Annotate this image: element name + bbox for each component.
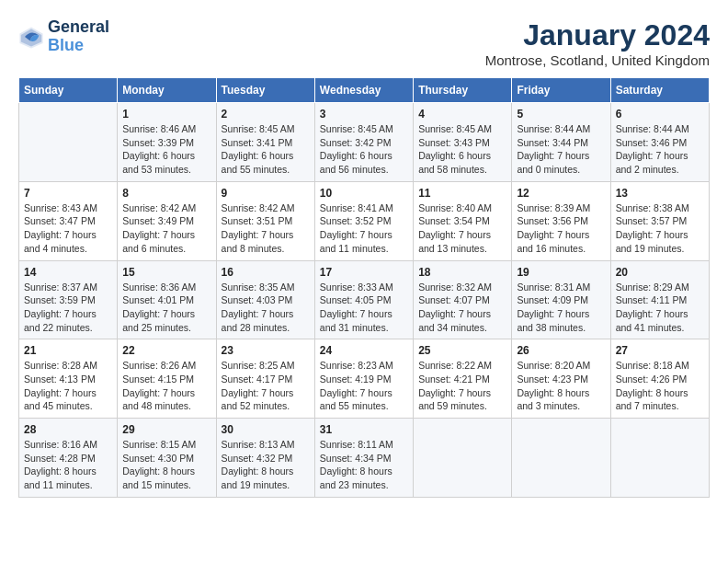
day-number: 16 xyxy=(222,266,310,279)
day-number: 29 xyxy=(122,423,210,436)
calendar-cell: 27Sunrise: 8:18 AMSunset: 4:26 PMDayligh… xyxy=(610,339,709,419)
cell-text: Sunrise: 8:32 AMSunset: 4:07 PMDaylight:… xyxy=(418,282,492,333)
weekday-header-row: SundayMondayTuesdayWednesdayThursdayFrid… xyxy=(19,78,710,103)
title-block: January 2024 Montrose, Scotland, United … xyxy=(485,18,710,68)
cell-text: Sunrise: 8:28 AMSunset: 4:13 PMDaylight:… xyxy=(24,360,97,411)
calendar-cell: 28Sunrise: 8:16 AMSunset: 4:28 PMDayligh… xyxy=(19,419,118,498)
weekday-header-wednesday: Wednesday xyxy=(314,78,413,103)
day-number: 4 xyxy=(418,108,506,121)
day-number: 11 xyxy=(418,187,506,200)
cell-text: Sunrise: 8:33 AMSunset: 4:05 PMDaylight:… xyxy=(320,282,393,333)
calendar-cell: 29Sunrise: 8:15 AMSunset: 4:30 PMDayligh… xyxy=(118,419,216,498)
weekday-header-sunday: Sunday xyxy=(19,78,118,103)
cell-text: Sunrise: 8:40 AMSunset: 3:54 PMDaylight:… xyxy=(418,202,492,254)
calendar-cell xyxy=(414,419,512,498)
weekday-header-thursday: Thursday xyxy=(414,78,512,103)
cell-text: Sunrise: 8:15 AMSunset: 4:30 PMDaylight:… xyxy=(122,439,196,490)
location: Montrose, Scotland, United Kingdom xyxy=(485,52,710,68)
calendar-cell: 11Sunrise: 8:40 AMSunset: 3:54 PMDayligh… xyxy=(414,181,512,260)
cell-text: Sunrise: 8:18 AMSunset: 4:26 PMDaylight:… xyxy=(616,360,689,411)
day-number: 17 xyxy=(320,266,408,279)
week-row-4: 21Sunrise: 8:28 AMSunset: 4:13 PMDayligh… xyxy=(19,339,710,419)
page-header: General Blue January 2024 Montrose, Scot… xyxy=(18,18,710,68)
cell-text: Sunrise: 8:38 AMSunset: 3:57 PMDaylight:… xyxy=(616,202,689,254)
cell-text: Sunrise: 8:22 AMSunset: 4:21 PMDaylight:… xyxy=(418,360,492,411)
day-number: 13 xyxy=(616,187,704,200)
weekday-header-saturday: Saturday xyxy=(610,78,709,103)
calendar-cell xyxy=(19,103,118,182)
logo-icon xyxy=(18,24,44,50)
day-number: 27 xyxy=(616,344,704,357)
cell-text: Sunrise: 8:20 AMSunset: 4:23 PMDaylight:… xyxy=(517,360,590,411)
calendar-cell: 2Sunrise: 8:45 AMSunset: 3:41 PMDaylight… xyxy=(216,103,314,182)
day-number: 18 xyxy=(418,266,506,279)
weekday-header-tuesday: Tuesday xyxy=(216,78,314,103)
cell-text: Sunrise: 8:31 AMSunset: 4:09 PMDaylight:… xyxy=(517,282,590,333)
cell-text: Sunrise: 8:35 AMSunset: 4:03 PMDaylight:… xyxy=(222,282,295,333)
day-number: 5 xyxy=(517,108,605,121)
calendar-cell: 20Sunrise: 8:29 AMSunset: 4:11 PMDayligh… xyxy=(610,260,709,339)
day-number: 21 xyxy=(24,344,112,357)
day-number: 1 xyxy=(122,108,210,121)
week-row-2: 7Sunrise: 8:43 AMSunset: 3:47 PMDaylight… xyxy=(19,181,710,260)
day-number: 15 xyxy=(122,266,210,279)
calendar-cell: 23Sunrise: 8:25 AMSunset: 4:17 PMDayligh… xyxy=(216,339,314,419)
cell-text: Sunrise: 8:36 AMSunset: 4:01 PMDaylight:… xyxy=(122,282,196,333)
calendar-cell: 30Sunrise: 8:13 AMSunset: 4:32 PMDayligh… xyxy=(216,419,314,498)
day-number: 22 xyxy=(122,344,210,357)
month-title: January 2024 xyxy=(485,18,710,52)
day-number: 14 xyxy=(24,266,112,279)
cell-text: Sunrise: 8:37 AMSunset: 3:59 PMDaylight:… xyxy=(24,282,97,333)
day-number: 31 xyxy=(320,423,408,436)
week-row-1: 1Sunrise: 8:46 AMSunset: 3:39 PMDaylight… xyxy=(19,103,710,182)
weekday-header-friday: Friday xyxy=(512,78,610,103)
cell-text: Sunrise: 8:29 AMSunset: 4:11 PMDaylight:… xyxy=(616,282,689,333)
calendar-cell: 21Sunrise: 8:28 AMSunset: 4:13 PMDayligh… xyxy=(19,339,118,419)
cell-text: Sunrise: 8:45 AMSunset: 3:43 PMDaylight:… xyxy=(418,123,492,175)
cell-text: Sunrise: 8:42 AMSunset: 3:49 PMDaylight:… xyxy=(122,202,196,254)
cell-text: Sunrise: 8:44 AMSunset: 3:44 PMDaylight:… xyxy=(517,123,590,175)
day-number: 30 xyxy=(222,423,310,436)
day-number: 20 xyxy=(616,266,704,279)
calendar-cell: 7Sunrise: 8:43 AMSunset: 3:47 PMDaylight… xyxy=(19,181,118,260)
cell-text: Sunrise: 8:46 AMSunset: 3:39 PMDaylight:… xyxy=(122,123,196,175)
logo: General Blue xyxy=(18,18,109,55)
calendar-cell: 16Sunrise: 8:35 AMSunset: 4:03 PMDayligh… xyxy=(216,260,314,339)
calendar-cell: 22Sunrise: 8:26 AMSunset: 4:15 PMDayligh… xyxy=(118,339,216,419)
calendar-cell: 8Sunrise: 8:42 AMSunset: 3:49 PMDaylight… xyxy=(118,181,216,260)
cell-text: Sunrise: 8:16 AMSunset: 4:28 PMDaylight:… xyxy=(24,439,97,490)
day-number: 2 xyxy=(222,108,310,121)
cell-text: Sunrise: 8:11 AMSunset: 4:34 PMDaylight:… xyxy=(320,439,393,490)
calendar-cell: 14Sunrise: 8:37 AMSunset: 3:59 PMDayligh… xyxy=(19,260,118,339)
cell-text: Sunrise: 8:44 AMSunset: 3:46 PMDaylight:… xyxy=(616,123,689,175)
calendar-cell xyxy=(610,419,709,498)
calendar-cell: 3Sunrise: 8:45 AMSunset: 3:42 PMDaylight… xyxy=(314,103,413,182)
logo-text: General Blue xyxy=(48,18,109,55)
cell-text: Sunrise: 8:45 AMSunset: 3:42 PMDaylight:… xyxy=(320,123,393,175)
calendar-cell: 31Sunrise: 8:11 AMSunset: 4:34 PMDayligh… xyxy=(314,419,413,498)
cell-text: Sunrise: 8:26 AMSunset: 4:15 PMDaylight:… xyxy=(122,360,196,411)
calendar-cell: 25Sunrise: 8:22 AMSunset: 4:21 PMDayligh… xyxy=(414,339,512,419)
day-number: 28 xyxy=(24,423,112,436)
calendar-cell: 5Sunrise: 8:44 AMSunset: 3:44 PMDaylight… xyxy=(512,103,610,182)
calendar-cell: 4Sunrise: 8:45 AMSunset: 3:43 PMDaylight… xyxy=(414,103,512,182)
calendar-cell xyxy=(512,419,610,498)
calendar-cell: 24Sunrise: 8:23 AMSunset: 4:19 PMDayligh… xyxy=(314,339,413,419)
calendar-cell: 26Sunrise: 8:20 AMSunset: 4:23 PMDayligh… xyxy=(512,339,610,419)
day-number: 7 xyxy=(24,187,112,200)
weekday-header-monday: Monday xyxy=(118,78,216,103)
calendar-cell: 12Sunrise: 8:39 AMSunset: 3:56 PMDayligh… xyxy=(512,181,610,260)
calendar-cell: 10Sunrise: 8:41 AMSunset: 3:52 PMDayligh… xyxy=(314,181,413,260)
cell-text: Sunrise: 8:43 AMSunset: 3:47 PMDaylight:… xyxy=(24,202,97,254)
day-number: 25 xyxy=(418,344,506,357)
day-number: 23 xyxy=(222,344,310,357)
week-row-3: 14Sunrise: 8:37 AMSunset: 3:59 PMDayligh… xyxy=(19,260,710,339)
week-row-5: 28Sunrise: 8:16 AMSunset: 4:28 PMDayligh… xyxy=(19,419,710,498)
cell-text: Sunrise: 8:39 AMSunset: 3:56 PMDaylight:… xyxy=(517,202,590,254)
day-number: 9 xyxy=(222,187,310,200)
calendar-cell: 18Sunrise: 8:32 AMSunset: 4:07 PMDayligh… xyxy=(414,260,512,339)
day-number: 19 xyxy=(517,266,605,279)
calendar-cell: 17Sunrise: 8:33 AMSunset: 4:05 PMDayligh… xyxy=(314,260,413,339)
day-number: 24 xyxy=(320,344,408,357)
calendar-cell: 19Sunrise: 8:31 AMSunset: 4:09 PMDayligh… xyxy=(512,260,610,339)
